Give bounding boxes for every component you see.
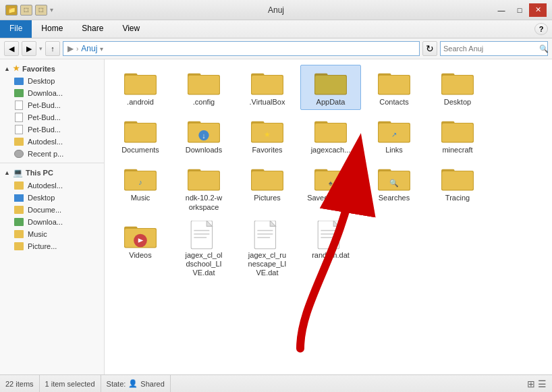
refresh-button[interactable]: ↻ — [422, 41, 437, 56]
back-button[interactable]: ◀ — [4, 41, 19, 56]
svg-rect-46 — [188, 171, 219, 190]
sidebar-item-autodesk[interactable]: Autodesl... — [0, 136, 104, 148]
file-item[interactable]: .VirtualBox — [237, 65, 298, 110]
content-wrapper: .android .config .VirtualBox AppData Con… — [105, 59, 552, 374]
close-button[interactable]: ✕ — [529, 3, 547, 17]
file-item-icon — [251, 221, 283, 251]
sidebar-divider — [0, 163, 104, 163]
address-path[interactable]: ▶ › Anuj ▾ — [63, 41, 420, 56]
sidebar-item-music[interactable]: Music — [0, 228, 104, 240]
sidebar-section-thispc[interactable]: ▲ 💻 This PC — [0, 166, 104, 179]
file-item-icon — [124, 116, 157, 146]
file-item-label: Music — [131, 194, 150, 202]
svg-rect-39 — [442, 123, 473, 142]
file-item-icon — [124, 221, 157, 251]
file-item-label: Desktop — [444, 98, 471, 107]
file-item-icon — [314, 221, 347, 251]
file-item[interactable]: Pictures — [237, 161, 298, 215]
file-item-icon: ★ — [251, 116, 283, 146]
file-item[interactable]: ★ Favorites — [237, 113, 298, 158]
file-item[interactable]: Tracing — [427, 161, 488, 215]
file-item[interactable]: jagex_cl_ru nescape_LI VE.dat — [237, 218, 298, 281]
file-item[interactable]: ↗ Links — [364, 113, 424, 158]
file-item[interactable]: Desktop — [427, 65, 488, 110]
search-input[interactable] — [443, 45, 536, 53]
file-item-label: Documents — [121, 146, 159, 155]
sidebar-item-pet-bud3[interactable]: Pet-Bud... — [0, 123, 104, 136]
file-item-icon — [441, 164, 474, 194]
status-item-count: 22 items — [5, 375, 40, 392]
ribbon-right: ? — [534, 20, 552, 38]
pictures-icon — [13, 242, 24, 251]
svg-text:♪: ♪ — [138, 178, 142, 186]
tab-share[interactable]: Share — [72, 20, 113, 38]
sidebar-item-documents[interactable]: Docume... — [0, 204, 104, 216]
file-item[interactable]: ♠ Saved Games — [300, 161, 361, 215]
minimize-button[interactable]: — — [493, 3, 510, 17]
svg-rect-14 — [379, 76, 410, 94]
file-item-label: Saved Games — [307, 194, 354, 202]
file-item[interactable]: Contacts — [364, 65, 424, 110]
file-item[interactable]: ♪ Music — [110, 161, 171, 215]
file-item[interactable]: jagexcach... — [300, 113, 361, 158]
up-button[interactable]: ↑ — [45, 41, 60, 56]
path-dropdown: ▾ — [100, 45, 103, 53]
file-item-label: .config — [193, 98, 215, 107]
file-item[interactable]: Videos — [110, 218, 171, 281]
view-icon-2: ☰ — [538, 379, 547, 389]
path-item[interactable]: Anuj — [81, 44, 97, 53]
sidebar-item-pet-bud1[interactable]: Pet-Bud... — [0, 99, 104, 111]
file-item[interactable]: .android — [110, 65, 171, 110]
file-item-icon: ↗ — [378, 116, 410, 146]
file-item[interactable]: ↓ Downloads — [173, 113, 234, 158]
file-item-icon — [251, 164, 283, 194]
ribbon: File Home Share View ? — [0, 20, 552, 38]
path-root: ▶ — [67, 44, 74, 53]
quick-access-icon1: ⬚ — [20, 5, 32, 16]
tab-view[interactable]: View — [113, 20, 149, 38]
sidebar: ▲ ★ Favorites Desktop Downloa... Pet-Bud… — [0, 59, 105, 374]
status-right: ⊞ ☰ — [527, 379, 547, 389]
forward-button[interactable]: ▶ — [22, 41, 36, 56]
sidebar-item-desktop-pc[interactable]: Desktop — [0, 192, 104, 204]
file-item[interactable]: ndk-10.2-w orkspace — [173, 161, 234, 215]
sidebar-item-autodesk-pc[interactable]: Autodesl... — [0, 179, 104, 192]
thispc-icon: 💻 — [13, 168, 23, 177]
file-item[interactable]: random.dat — [300, 218, 361, 281]
maximize-button[interactable]: □ — [511, 3, 528, 17]
file-item-label: .VirtualBox — [250, 98, 285, 107]
file-item-label: minecraft — [442, 146, 472, 155]
sidebar-item-recent[interactable]: Recent p... — [0, 148, 104, 160]
sidebar-item-downloads-pc[interactable]: Downloa... — [0, 216, 104, 228]
file-item[interactable]: AppData — [300, 65, 361, 110]
sidebar-item-pet-bud2[interactable]: Pet-Bud... — [0, 111, 104, 123]
help-button[interactable]: ? — [534, 23, 548, 35]
sidebar-section-favorites[interactable]: ▲ ★ Favorites — [0, 62, 104, 75]
sidebar-item-desktop[interactable]: Desktop — [0, 75, 104, 87]
file-item-label: Downloads — [186, 146, 222, 155]
main-area: ▲ ★ Favorites Desktop Downloa... Pet-Bud… — [0, 59, 552, 374]
file-item[interactable]: minecraft — [427, 113, 488, 158]
file-item[interactable]: Documents — [110, 113, 171, 158]
file-icon2 — [13, 113, 24, 122]
tab-file[interactable]: File — [0, 20, 32, 38]
svg-rect-5 — [188, 76, 219, 94]
status-item-state: State: 👤 Shared — [101, 375, 171, 392]
svg-text:♠: ♠ — [329, 179, 333, 187]
file-item-label: Links — [385, 146, 403, 155]
title-bar-left: 📁 ⬚ ⬚ ▾ — [5, 5, 53, 16]
window-title: Anuj — [268, 5, 284, 15]
svg-rect-49 — [252, 171, 283, 190]
file-item[interactable]: .config — [173, 65, 234, 110]
item-count: 22 items — [5, 380, 34, 388]
svg-rect-2 — [125, 76, 156, 94]
tab-home[interactable]: Home — [32, 20, 72, 38]
sidebar-item-downloads[interactable]: Downloa... — [0, 87, 104, 99]
file-item[interactable]: jagex_cl_ol dschool_LI VE.dat — [173, 218, 234, 281]
search-icon: 🔍 — [539, 45, 549, 53]
autodesk-pc-icon — [13, 181, 24, 190]
sidebar-item-pictures[interactable]: Picture... — [0, 240, 104, 252]
file-item-icon: 🔍 — [378, 164, 410, 194]
file-item[interactable]: 🔍 Searches — [364, 161, 424, 215]
toolbar-separator: ▾ — [50, 6, 53, 13]
